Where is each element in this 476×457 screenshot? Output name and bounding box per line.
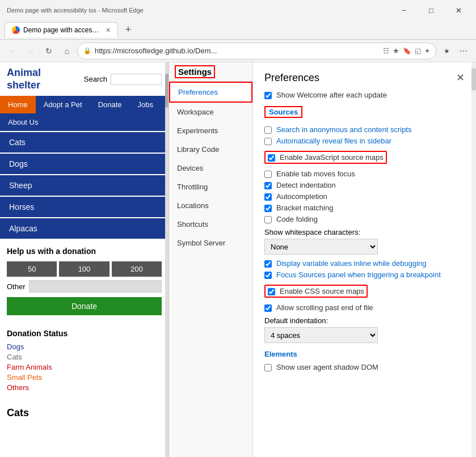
autocompletion-row: Autocompletion <box>264 192 465 201</box>
code-folding-checkbox[interactable] <box>264 216 272 223</box>
focus-sources-checkbox[interactable] <box>264 272 272 279</box>
browser-extras: ★ ⋯ <box>439 43 471 59</box>
donation-status: Donation Status Dogs Cats Farm Animals S… <box>0 322 169 400</box>
indent-section: Default indentation: 2 spaces 4 spaces 8… <box>264 316 465 343</box>
nav-home[interactable]: Home <box>0 96 36 113</box>
reveal-files-checkbox[interactable] <box>264 138 272 145</box>
indent-select[interactable]: 2 spaces 4 spaces 8 spaces Tab character <box>264 327 378 343</box>
nav-about[interactable]: About Us <box>0 113 46 131</box>
scrollbar[interactable] <box>165 62 169 457</box>
window-title: Demo page with accessibility iss - Micro… <box>7 7 144 14</box>
menu-experiments[interactable]: Experiments <box>169 121 252 140</box>
menu-workspace[interactable]: Workspace <box>169 103 252 121</box>
tab-moves-checkbox[interactable] <box>264 171 272 178</box>
lock-icon: 🔒 <box>83 47 91 54</box>
anon-scripts-checkbox[interactable] <box>264 126 272 134</box>
other-amount-input[interactable] <box>29 280 162 293</box>
collections-icon[interactable]: 🔖 <box>403 47 411 55</box>
site-search: Search <box>84 74 162 85</box>
preferences-content: Preferences ✕ Show Welcome after each up… <box>253 62 476 457</box>
tab-moves-row: Enable tab moves focus <box>264 170 465 178</box>
menu-preferences[interactable]: Preferences <box>169 82 252 103</box>
home-button[interactable]: ⌂ <box>59 43 75 59</box>
amount-50[interactable]: 50 <box>7 261 57 277</box>
settings-scrollbar[interactable] <box>471 62 476 457</box>
other-label: Other <box>7 282 26 291</box>
amount-100[interactable]: 100 <box>59 261 109 277</box>
whitespace-section: Show whitespace characters: None Trailin… <box>264 228 465 255</box>
nav-jobs[interactable]: Jobs <box>130 96 161 113</box>
new-tab-button[interactable]: + <box>120 22 136 38</box>
display-values-checkbox[interactable] <box>264 260 272 268</box>
settings-scrollbar-thumb[interactable] <box>471 68 476 91</box>
refresh-button[interactable]: ↻ <box>41 43 57 59</box>
reader-mode-icon[interactable]: ☷ <box>383 47 389 55</box>
main-content: Animal shelter Search Home Adopt a Pet D… <box>0 62 476 457</box>
tab-close-button[interactable]: ✕ <box>106 27 111 34</box>
animal-cats[interactable]: Cats <box>0 132 169 153</box>
menu-locations[interactable]: Locations <box>169 196 252 215</box>
detect-indent-row: Detect indentation <box>264 181 465 189</box>
animal-horses[interactable]: Horses <box>0 197 169 217</box>
copilot-icon[interactable]: ✦ <box>424 47 430 55</box>
close-window-button[interactable]: ✕ <box>445 2 471 18</box>
address-bar[interactable]: 🔒 https://microsoftedge.github.io/Dem...… <box>77 43 436 60</box>
browser-extension-icon[interactable]: ◱ <box>415 47 421 55</box>
search-input[interactable] <box>111 74 162 85</box>
status-title: Donation Status <box>7 329 162 338</box>
autocompletion-checkbox[interactable] <box>264 193 272 201</box>
shadow-dom-checkbox[interactable] <box>264 364 272 371</box>
shadow-dom-row: Show user agent shadow DOM <box>264 363 465 371</box>
active-tab[interactable]: Demo page with accessibility iss ✕ <box>5 22 118 37</box>
status-others: Others <box>7 383 162 392</box>
amount-200[interactable]: 200 <box>112 261 162 277</box>
detect-indent-checkbox[interactable] <box>264 182 272 189</box>
nav-adopt[interactable]: Adopt a Pet <box>36 96 90 113</box>
anon-scripts-label: Search in anonymous and content scripts <box>276 125 411 134</box>
indent-label: Default indentation: <box>264 316 465 325</box>
scrollbar-thumb[interactable] <box>165 74 169 108</box>
scroll-past-row: Allow scrolling past end of file <box>264 303 465 312</box>
shadow-dom-label: Show user agent shadow DOM <box>276 363 378 371</box>
forward-button[interactable]: → <box>23 43 39 59</box>
js-sourcemaps-label: Enable JavaScript source maps <box>280 153 384 162</box>
detect-indent-label: Detect indentation <box>276 181 336 189</box>
js-sourcemaps-checkbox[interactable] <box>268 154 275 162</box>
title-bar: Demo page with accessibility iss - Micro… <box>0 0 476 20</box>
focus-sources-row: Focus Sources panel when triggering a br… <box>264 270 465 279</box>
welcome-checkbox[interactable] <box>264 92 272 99</box>
status-dogs: Dogs <box>7 342 162 351</box>
status-small: Small Pets <box>7 373 162 382</box>
donate-button[interactable]: Donate <box>7 297 162 315</box>
favorites-icon[interactable]: ★ <box>393 46 399 55</box>
settings-button[interactable]: ⋯ <box>456 43 471 59</box>
maximize-button[interactable]: □ <box>418 2 444 18</box>
site-header: Animal shelter Search <box>0 62 169 96</box>
back-button[interactable]: ← <box>5 43 20 59</box>
preferences-title: Preferences <box>264 72 319 84</box>
animal-sheep[interactable]: Sheep <box>0 175 169 196</box>
bracket-checkbox[interactable] <box>264 205 272 212</box>
menu-symbol-server[interactable]: Symbol Server <box>169 234 252 252</box>
minimize-button[interactable]: − <box>391 2 417 18</box>
nav-donate[interactable]: Donate <box>90 96 130 113</box>
animal-dogs[interactable]: Dogs <box>0 154 169 174</box>
scroll-past-checkbox[interactable] <box>264 304 272 312</box>
reveal-files-label: Automatically reveal files in sidebar <box>276 137 391 145</box>
close-devtools-button[interactable]: ✕ <box>456 71 465 84</box>
menu-throttling[interactable]: Throttling <box>169 177 252 196</box>
code-folding-label: Code folding <box>276 215 318 223</box>
menu-library-code[interactable]: Library Code <box>169 140 252 159</box>
menu-shortcuts[interactable]: Shortcuts <box>169 215 252 234</box>
focus-sources-label: Focus Sources panel when triggering a br… <box>276 270 441 279</box>
site-title: Animal shelter <box>7 67 41 91</box>
menu-devices[interactable]: Devices <box>169 159 252 177</box>
status-cats: Cats <box>7 353 162 361</box>
css-sourcemaps-label: Enable CSS source maps <box>280 287 364 295</box>
site-navigation: Home Adopt a Pet Donate Jobs About Us <box>0 96 169 131</box>
whitespace-select[interactable]: None Trailing All <box>264 239 378 255</box>
elements-heading: Elements <box>264 350 465 358</box>
animal-alpacas[interactable]: Alpacas <box>0 218 169 239</box>
css-sourcemaps-checkbox[interactable] <box>268 288 275 295</box>
favorites-button[interactable]: ★ <box>439 43 454 59</box>
